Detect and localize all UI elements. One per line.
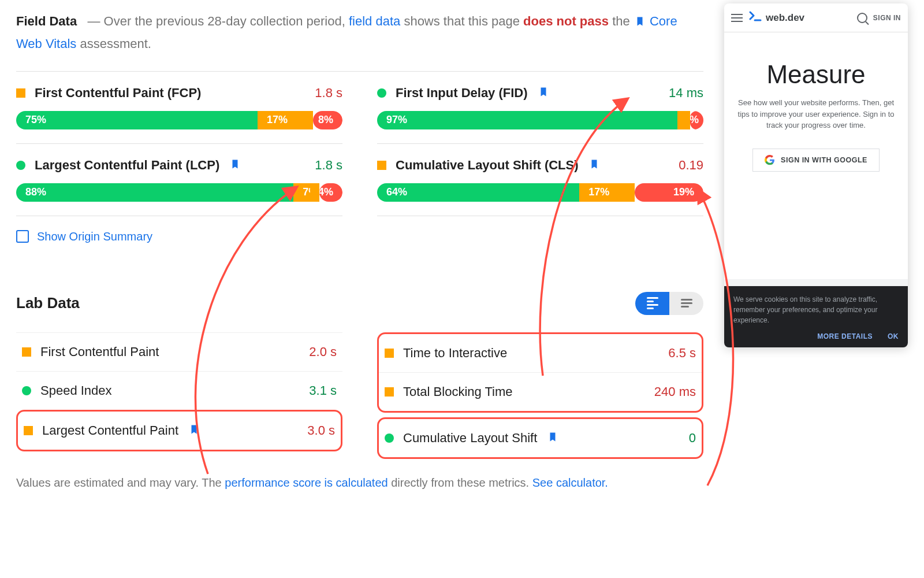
search-icon[interactable] [857, 13, 867, 23]
lab-tti: Time to Interactive 6.5 s [379, 334, 702, 372]
calculator-link[interactable]: See calculator. [532, 476, 608, 489]
square-orange-icon [385, 387, 394, 397]
lab-cls-highlighted: Cumulative Layout Shift 0 [377, 417, 703, 459]
square-orange-icon [385, 349, 394, 358]
checkbox-icon[interactable] [16, 230, 29, 243]
metric-fid: First Input Delay (FID) 14 ms [377, 72, 703, 111]
cls-value: 0.19 [679, 158, 703, 173]
field-data-intro: Field Data — Over the previous 28-day co… [16, 10, 703, 55]
toggle-compact[interactable] [669, 292, 703, 315]
lab-tbt: Total Blocking Time 240 ms [379, 372, 702, 411]
cookie-banner: We serve cookies on this site to analyze… [724, 286, 908, 347]
signin-link[interactable]: SIGN IN [873, 14, 901, 22]
lab-data-title: Lab Data [16, 294, 80, 312]
ok-button[interactable]: OK [888, 331, 899, 342]
bookmark-icon [547, 432, 558, 444]
toggle-expanded[interactable] [635, 292, 669, 315]
square-orange-icon [22, 347, 31, 357]
lab-fcp: First Contentful Paint 2.0 s [16, 332, 342, 371]
more-details-button[interactable]: MORE DETAILS [817, 331, 873, 342]
metric-fcp: First Contentful Paint (FCP) 1.8 s [16, 72, 342, 111]
bookmark-icon [538, 87, 549, 99]
lcp-value: 1.8 s [315, 158, 342, 173]
field-data-link[interactable]: field data [349, 14, 400, 28]
perf-score-link[interactable]: performance score is calculated [225, 476, 388, 489]
lab-si: Speed Index 3.1 s [16, 371, 342, 410]
measure-title: Measure [724, 60, 908, 89]
fid-value: 14 ms [669, 86, 703, 101]
field-data-title: Field Data [16, 14, 77, 28]
hamburger-icon[interactable] [731, 14, 743, 22]
fid-distribution-bar: 97% 2% 1% [377, 111, 703, 129]
lab-lcp-highlighted: Largest Contentful Paint 3.0 s [16, 410, 342, 451]
circle-green-icon [385, 433, 394, 443]
lab-tti-tbt-highlighted: Time to Interactive 6.5 s Total Blocking… [377, 332, 703, 413]
show-origin-summary[interactable]: Show Origin Summary [16, 216, 342, 257]
view-toggle[interactable] [635, 292, 703, 315]
bookmark-icon [635, 12, 645, 33]
google-icon [765, 155, 775, 165]
circle-green-icon [22, 386, 31, 395]
webdev-logo[interactable]: web.dev [748, 11, 804, 25]
measure-description: See how well your website performs. Then… [724, 89, 908, 131]
metric-cls: Cumulative Layout Shift (CLS) 0.19 [377, 144, 703, 183]
bookmark-icon [189, 424, 199, 437]
mobile-preview: web.dev SIGN IN Measure See how well you… [724, 3, 908, 347]
signin-google-button[interactable]: SIGN IN WITH GOOGLE [752, 149, 880, 172]
square-orange-icon [24, 426, 33, 435]
footer-note: Values are estimated and may vary. The p… [16, 473, 703, 492]
bookmark-icon [230, 159, 240, 172]
bookmark-icon [589, 159, 599, 172]
lcp-distribution-bar: 88% 7% 4% [16, 183, 342, 202]
square-orange-icon [377, 161, 386, 170]
circle-green-icon [377, 88, 386, 98]
fail-status: does not pass [523, 14, 609, 28]
circle-green-icon [16, 161, 25, 170]
fcp-distribution-bar: 75% 17% 8% [16, 111, 342, 129]
metric-lcp: Largest Contentful Paint (LCP) 1.8 s [16, 144, 342, 183]
cls-distribution-bar: 64% 17% 19% [377, 183, 703, 202]
fcp-value: 1.8 s [315, 86, 342, 101]
square-orange-icon [16, 88, 25, 98]
